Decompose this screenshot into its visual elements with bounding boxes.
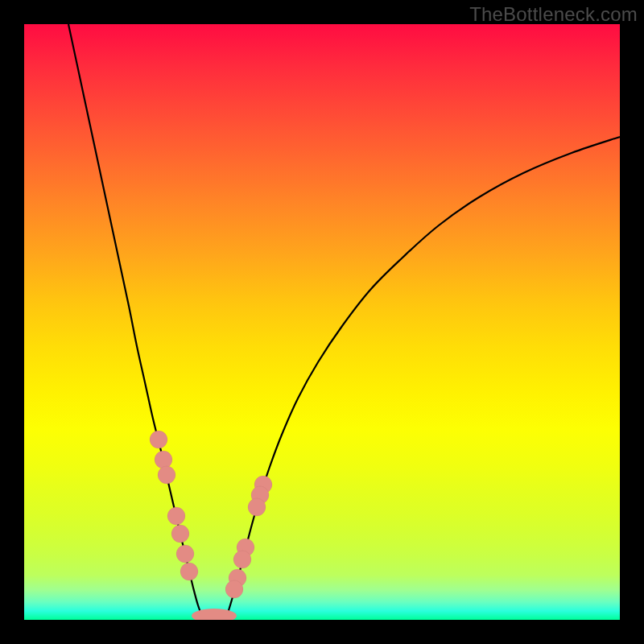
data-marker — [167, 507, 185, 525]
chart-frame: TheBottleneck.com — [0, 0, 644, 644]
chart-svg — [24, 24, 620, 620]
data-marker — [176, 545, 194, 563]
data-marker — [155, 451, 172, 469]
data-marker — [150, 431, 167, 448]
data-marker — [171, 525, 189, 543]
data-marker — [180, 563, 198, 580]
data-marker — [233, 551, 251, 568]
watermark-text: TheBottleneck.com — [469, 3, 638, 26]
data-marker — [158, 466, 175, 484]
bottom-pill — [192, 609, 237, 620]
data-marker — [225, 580, 243, 598]
data-marker — [248, 498, 266, 516]
right-curve — [226, 137, 620, 618]
